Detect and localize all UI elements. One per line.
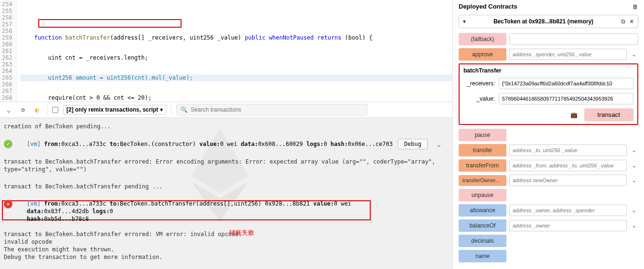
term-line: The execution might have thrown.	[4, 246, 114, 253]
term-line: invalid opcode	[4, 238, 52, 245]
search-input[interactable]	[191, 106, 363, 113]
approve-input[interactable]	[509, 49, 627, 60]
chevron-down-icon[interactable]: ⌄	[630, 162, 638, 169]
tx-filter-dropdown[interactable]: [2] only remix transactions, script ▾	[63, 105, 166, 114]
term-line: transact to BecToken.batchTransfer pendi…	[4, 183, 162, 190]
receivers-label: _receivers:	[463, 80, 495, 87]
chevron-down-icon[interactable]: ⌄	[4, 105, 13, 114]
transferownership-button[interactable]: transferOwnership	[459, 175, 506, 186]
batch-transfer-title: batchTransfer	[463, 67, 633, 74]
dropdown-label: [2] only remix transactions, script	[66, 106, 158, 113]
search-icon: 🔍	[181, 106, 188, 113]
failure-label: 转账失败	[229, 229, 254, 237]
listen-checkbox[interactable]	[52, 107, 58, 113]
batch-transfer-panel: batchTransfer _receivers: _value: 💼 tran…	[459, 63, 638, 125]
deployed-contracts-title: Deployed Contracts	[459, 3, 517, 10]
error-icon: ✕	[4, 200, 12, 208]
transferfrom-button[interactable]: transferFrom	[459, 159, 506, 172]
highlight-box-code	[38, 19, 182, 28]
value-input[interactable]	[499, 93, 633, 104]
term-line: Debug the transaction to get more inform…	[4, 254, 162, 260]
term-tx-line: [vm] from:0xca3...a733c to:BecToken.(con…	[17, 140, 393, 148]
name-button[interactable]: name	[459, 250, 506, 262]
allowance-input[interactable]	[509, 205, 627, 216]
term-line: transact to BecToken.batchTransfer error…	[4, 231, 242, 238]
receivers-input[interactable]	[499, 78, 633, 89]
chevron-down-icon[interactable]: ⌄	[630, 51, 638, 58]
transfer-input[interactable]	[509, 145, 627, 156]
caret-down-icon[interactable]: ▾	[463, 18, 466, 25]
allowance-button[interactable]: allowance	[459, 204, 506, 217]
chevron-down-icon[interactable]: ⌄	[630, 147, 638, 154]
ban-icon[interactable]: ⊘	[18, 105, 28, 114]
contract-name: BecToken at 0x928...8b821 (memory)	[470, 18, 617, 25]
transact-button[interactable]: transact	[584, 108, 633, 121]
trash-icon[interactable]: 🗑	[633, 3, 638, 10]
terminal: creation of BecToken pending... ✓ [vm] f…	[0, 118, 452, 269]
decimals-button[interactable]: decimals	[459, 235, 506, 247]
debug-button[interactable]: Debug	[398, 139, 428, 149]
chevron-down-icon[interactable]: ⌄	[630, 207, 638, 214]
code-editor[interactable]: function batchTransfer(address[] _receiv…	[17, 0, 452, 102]
value-label: _value:	[463, 95, 495, 102]
balanceof-input[interactable]	[509, 220, 627, 231]
term-line: transact to BecToken.batchTransfer error…	[4, 158, 435, 173]
chevron-down-icon[interactable]: ⌄	[630, 177, 638, 184]
transferownership-input[interactable]	[509, 175, 627, 186]
transfer-button[interactable]: transfer	[459, 144, 506, 156]
chevron-down-icon[interactable]: ⌄	[437, 140, 441, 148]
success-icon: ✓	[4, 140, 12, 148]
unpause-button[interactable]: unpause	[459, 189, 506, 201]
close-icon[interactable]: ✕	[629, 18, 634, 25]
approve-button[interactable]: approve	[459, 48, 506, 61]
term-line: creation of BecToken pending...	[4, 123, 111, 130]
chevron-down-icon[interactable]: ⌄	[630, 222, 638, 229]
balanceof-button[interactable]: balanceOf	[459, 219, 506, 232]
caret-down-icon: ▾	[160, 106, 163, 113]
term-tx-line: [vm] from:0xca3...a733c to:BecToken.batc…	[17, 200, 371, 223]
fallback-input[interactable]	[509, 33, 638, 45]
contract-instance: ▾ BecToken at 0x928...8b821 (memory) ⧉ ✕	[459, 15, 638, 28]
pending-icon[interactable]: ◐	[32, 105, 42, 114]
pause-button[interactable]: pause	[459, 129, 506, 141]
fallback-button[interactable]: (fallback)	[459, 33, 506, 45]
terminal-toolbar: ⌄ ⊘ ◐ [2] only remix transactions, scrip…	[0, 102, 452, 118]
transferfrom-input[interactable]	[509, 160, 627, 171]
search-box: 🔍	[176, 104, 367, 115]
clipboard-icon[interactable]: 💼	[570, 112, 578, 118]
line-gutter: 254 255 256 257 258 259 260 261 262 263 …	[0, 0, 17, 102]
copy-icon[interactable]: ⧉	[621, 18, 625, 25]
